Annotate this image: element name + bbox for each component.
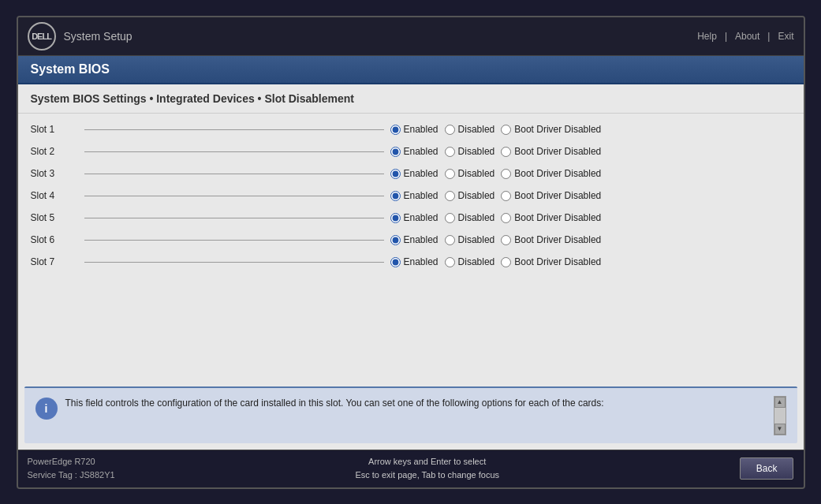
info-scrollbar[interactable]: ▲ ▼ — [774, 396, 786, 435]
slot-row: Slot 7 Enabled Disabled Boot Driver Disa… — [31, 252, 791, 271]
service-tag: Service Tag : JS882Y1 — [28, 469, 115, 483]
slot-row: Slot 4 Enabled Disabled Boot Driver Disa… — [31, 186, 791, 205]
slot-6-enabled-option[interactable]: Enabled — [390, 234, 438, 245]
exit-link[interactable]: Exit — [778, 31, 793, 42]
dell-logo: DELL — [28, 22, 56, 50]
slots-area: Slot 1 Enabled Disabled Boot Driver Disa… — [18, 114, 804, 386]
slot-1-enabled-radio[interactable] — [390, 125, 401, 135]
help-link[interactable]: Help — [697, 31, 717, 42]
slot-7-boot-radio[interactable] — [501, 257, 511, 267]
info-text: This field controls the configuration of… — [65, 396, 763, 410]
slot-row: Slot 2 Enabled Disabled Boot Driver Disa… — [31, 142, 791, 161]
slot-1-label: Slot 1 — [31, 124, 78, 135]
slot-4-enabled-radio[interactable] — [390, 191, 401, 201]
slot-3-enabled-radio[interactable] — [390, 169, 401, 179]
title-bar-actions: Help | About | Exit — [697, 31, 793, 42]
app-title: System Setup — [64, 30, 690, 43]
slot-4-label: Slot 4 — [31, 190, 78, 201]
slot-3-enabled-option[interactable]: Enabled — [390, 168, 438, 179]
slot-5-disabled-option[interactable]: Disabled — [445, 212, 495, 223]
slot-1-radio-group: Enabled Disabled Boot Driver Disabled — [390, 124, 602, 135]
system-bios-title: System BIOS — [31, 62, 110, 76]
slot-5-disabled-radio[interactable] — [445, 213, 455, 223]
slot-row: Slot 6 Enabled Disabled Boot Driver Disa… — [31, 230, 791, 249]
slot-3-disabled-option[interactable]: Disabled — [445, 168, 495, 179]
slot-1-disabled-radio[interactable] — [445, 125, 455, 135]
slot-2-label: Slot 2 — [31, 146, 78, 157]
slot-1-disabled-option[interactable]: Disabled — [445, 124, 495, 135]
slot-2-enabled-radio[interactable] — [390, 147, 401, 157]
slot-4-disabled-radio[interactable] — [445, 191, 455, 201]
slot-7-disabled-radio[interactable] — [445, 257, 455, 267]
slot-4-enabled-option[interactable]: Enabled — [390, 190, 438, 201]
slot-7-enabled-radio[interactable] — [390, 257, 401, 267]
slot-2-enabled-option[interactable]: Enabled — [390, 146, 438, 157]
scroll-up-button[interactable]: ▲ — [774, 397, 786, 408]
slot-7-boot-option[interactable]: Boot Driver Disabled — [501, 256, 601, 267]
slot-7-enabled-option[interactable]: Enabled — [390, 256, 438, 267]
system-model: PowerEdge R720 — [28, 455, 115, 469]
slot-1-boot-option[interactable]: Boot Driver Disabled — [501, 124, 601, 135]
slot-row: Slot 1 Enabled Disabled Boot Driver Disa… — [31, 120, 791, 139]
slot-1-boot-radio[interactable] — [501, 125, 511, 135]
slot-5-boot-radio[interactable] — [501, 213, 511, 223]
slot-6-disabled-radio[interactable] — [445, 235, 455, 245]
main-content: System BIOS Settings • Integrated Device… — [18, 84, 804, 450]
slot-7-label: Slot 7 — [31, 256, 78, 267]
slot-7-disabled-option[interactable]: Disabled — [445, 256, 495, 267]
slot-2-boot-radio[interactable] — [501, 147, 511, 157]
info-box: i This field controls the configuration … — [24, 386, 797, 443]
slot-1-enabled-option[interactable]: Enabled — [390, 124, 438, 135]
slot-6-enabled-radio[interactable] — [390, 235, 401, 245]
slot-6-boot-radio[interactable] — [501, 235, 511, 245]
slot-2-disabled-option[interactable]: Disabled — [445, 146, 495, 157]
slot-6-label: Slot 6 — [31, 234, 78, 245]
slot-row: Slot 5 Enabled Disabled Boot Driver Disa… — [31, 208, 791, 227]
title-bar: DELL System Setup Help | About | Exit — [18, 17, 804, 56]
slot-1-enabled-label: Enabled — [404, 124, 438, 135]
footer: PowerEdge R720 Service Tag : JS882Y1 Arr… — [18, 450, 804, 487]
footer-nav-hints: Arrow keys and Enter to select Esc to ex… — [355, 455, 499, 483]
slot-5-label: Slot 5 — [31, 212, 78, 223]
slot-3-disabled-radio[interactable] — [445, 169, 455, 179]
slot-5-enabled-radio[interactable] — [390, 213, 401, 223]
slot-row: Slot 3 Enabled Disabled Boot Driver Disa… — [31, 164, 791, 183]
esc-hint: Esc to exit page, Tab to change focus — [355, 469, 499, 483]
slot-2-boot-option[interactable]: Boot Driver Disabled — [501, 146, 601, 157]
slot-5-boot-option[interactable]: Boot Driver Disabled — [501, 212, 601, 223]
slot-6-boot-option[interactable]: Boot Driver Disabled — [501, 234, 601, 245]
slot-5-enabled-option[interactable]: Enabled — [390, 212, 438, 223]
slot-2-disabled-radio[interactable] — [445, 147, 455, 157]
slot-4-boot-option[interactable]: Boot Driver Disabled — [501, 190, 601, 201]
slot-3-boot-radio[interactable] — [501, 169, 511, 179]
slot-6-disabled-option[interactable]: Disabled — [445, 234, 495, 245]
nav-hint: Arrow keys and Enter to select — [355, 455, 499, 469]
breadcrumb: System BIOS Settings • Integrated Device… — [18, 84, 804, 114]
slot-4-boot-radio[interactable] — [501, 191, 511, 201]
slot-1-line — [84, 129, 384, 130]
slot-1-boot-label: Boot Driver Disabled — [514, 124, 601, 135]
back-button[interactable]: Back — [740, 457, 794, 480]
footer-system-info: PowerEdge R720 Service Tag : JS882Y1 — [28, 455, 115, 483]
info-icon: i — [35, 398, 58, 420]
scroll-down-button[interactable]: ▼ — [774, 424, 786, 435]
slot-3-label: Slot 3 — [31, 168, 78, 179]
slot-3-boot-option[interactable]: Boot Driver Disabled — [501, 168, 601, 179]
slot-4-disabled-option[interactable]: Disabled — [445, 190, 495, 201]
system-bios-header: System BIOS — [18, 56, 804, 84]
slot-1-disabled-label: Disabled — [458, 124, 495, 135]
about-link[interactable]: About — [735, 31, 759, 42]
